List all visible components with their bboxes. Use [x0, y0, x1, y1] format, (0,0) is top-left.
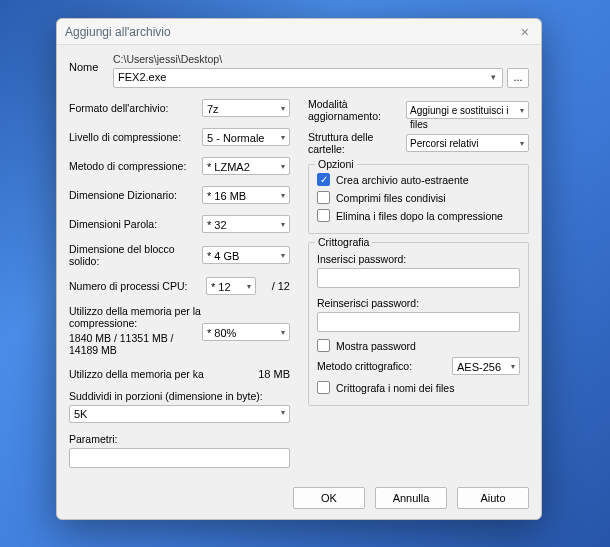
help-button[interactable]: Aiuto: [457, 487, 529, 509]
dict-label: Dimensione Dizionario:: [69, 189, 202, 201]
columns: Formato dell'archivio: 7z Livello di com…: [69, 98, 529, 468]
split-label: Suddividi in porzioni (dimensione in byt…: [69, 390, 290, 402]
delete-checkbox[interactable]: [317, 209, 330, 222]
cpu-total: / 12: [256, 280, 290, 292]
update-mode-label: Modalità aggiornamento:: [308, 98, 406, 122]
mem-ka-label: Utilizzo della memoria per ka: [69, 368, 258, 380]
split-combo[interactable]: 5K: [69, 405, 290, 423]
sfx-label: Crea archivio auto-estraente: [336, 174, 469, 186]
solid-label: Dimensione del blocco solido:: [69, 243, 202, 267]
crypto-title: Crittografia: [315, 236, 372, 248]
mem-compress-detail: 1840 MB / 11351 MB / 14189 MB: [69, 332, 202, 356]
method-label: Metodo di compressione:: [69, 160, 202, 172]
dialog-content: Nome C:\Users\jessi\Desktop\ FEX2.exe ..…: [57, 45, 541, 479]
path-mode-label: Struttura delle cartelle:: [308, 131, 406, 155]
browse-button[interactable]: ...: [507, 68, 529, 88]
titlebar: Aggiungi all'archivio ×: [57, 19, 541, 45]
level-combo[interactable]: 5 - Normale: [202, 128, 290, 146]
options-group: Opzioni Crea archivio auto-estraente Com…: [308, 164, 529, 234]
cpu-label: Numero di processi CPU:: [69, 280, 206, 292]
show-password-label: Mostra password: [336, 340, 416, 352]
cancel-button[interactable]: Annulla: [375, 487, 447, 509]
crypto-group: Crittografia Inserisci password: Reinser…: [308, 242, 529, 406]
password2-input[interactable]: [317, 312, 520, 332]
mem-compress-label: Utilizzo della memoria per la compressio…: [69, 305, 202, 329]
crypto-method-combo[interactable]: AES-256: [452, 357, 520, 375]
right-column: Modalità aggiornamento: Aggiungi e sosti…: [308, 98, 529, 468]
password-input[interactable]: [317, 268, 520, 288]
archive-name-value: FEX2.exe: [118, 71, 166, 83]
method-combo[interactable]: * LZMA2: [202, 157, 290, 175]
add-to-archive-dialog: Aggiungi all'archivio × Nome C:\Users\je…: [56, 18, 542, 520]
shared-checkbox[interactable]: [317, 191, 330, 204]
encrypt-names-label: Crittografa i nomi dei files: [336, 382, 454, 394]
name-fields: C:\Users\jessi\Desktop\ FEX2.exe ...: [113, 53, 529, 88]
level-label: Livello di compressione:: [69, 131, 202, 143]
shared-label: Comprimi files condivisi: [336, 192, 446, 204]
mem-compress-combo[interactable]: * 80%: [202, 323, 290, 341]
delete-label: Elimina i files dopo la compressione: [336, 210, 503, 222]
button-row: OK Annulla Aiuto: [57, 479, 541, 519]
left-column: Formato dell'archivio: 7z Livello di com…: [69, 98, 290, 468]
mem-ka-value: 18 MB: [258, 368, 290, 380]
crypto-method-label: Metodo crittografico:: [317, 360, 446, 372]
format-label: Formato dell'archivio:: [69, 102, 202, 114]
archive-name-input[interactable]: FEX2.exe: [113, 68, 503, 88]
name-row: Nome C:\Users\jessi\Desktop\ FEX2.exe ..…: [69, 53, 529, 88]
show-password-checkbox[interactable]: [317, 339, 330, 352]
dict-combo[interactable]: * 16 MB: [202, 186, 290, 204]
word-label: Dimensioni Parola:: [69, 218, 202, 230]
window-title: Aggiungi all'archivio: [65, 25, 517, 39]
params-input[interactable]: [69, 448, 290, 468]
sfx-checkbox[interactable]: [317, 173, 330, 186]
cpu-combo[interactable]: * 12: [206, 277, 256, 295]
path-mode-combo[interactable]: Percorsi relativi: [406, 134, 529, 152]
options-title: Opzioni: [315, 158, 357, 170]
archive-path: C:\Users\jessi\Desktop\: [113, 53, 529, 65]
encrypt-names-checkbox[interactable]: [317, 381, 330, 394]
password2-label: Reinserisci password:: [317, 297, 520, 309]
close-icon[interactable]: ×: [517, 24, 533, 40]
format-combo[interactable]: 7z: [202, 99, 290, 117]
name-label: Nome: [69, 53, 107, 73]
password-label: Inserisci password:: [317, 253, 520, 265]
ok-button[interactable]: OK: [293, 487, 365, 509]
params-label: Parametri:: [69, 433, 290, 445]
word-combo[interactable]: * 32: [202, 215, 290, 233]
update-mode-combo[interactable]: Aggiungi e sostituisci i files: [406, 101, 529, 119]
solid-combo[interactable]: * 4 GB: [202, 246, 290, 264]
